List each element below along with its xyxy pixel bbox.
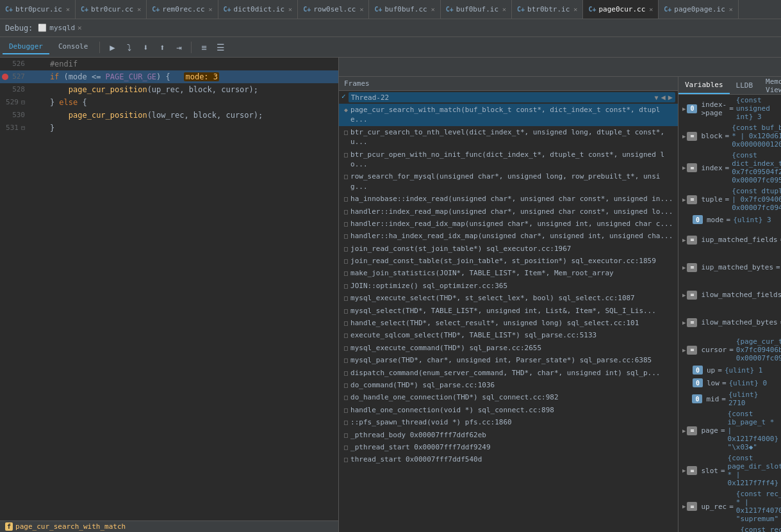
thread-next-button[interactable]: ▶ (668, 93, 673, 102)
frame-item-14[interactable]: □handle_select(THD*, select_result*, uns… (339, 317, 678, 329)
var-row-15[interactable]: ▶=up_rec={const rec_t * | 0x1217f4070} "… (678, 488, 781, 524)
frame-item-18[interactable]: □dispatch_command(enum_server_command, T… (339, 367, 678, 379)
tab-page0cur[interactable]: C+page0cur.cc✕ (583, 0, 659, 19)
var-row-9[interactable]: ▶=cursor={page_cur_t * | 0x7fc09406baf8}… (678, 336, 781, 364)
step-into-button[interactable]: ⬇ (138, 40, 152, 54)
close-tab-btr0pcur[interactable]: ✕ (66, 6, 70, 13)
frame-item-23[interactable]: □_pthread_body 0x00007fff7ddf62eb (339, 429, 678, 441)
frame-item-16[interactable]: □mysql_execute_command(THD*) sql_parse.c… (339, 342, 678, 354)
frame-item-10[interactable]: □make_join_statistics(JOIN*, TABLE_LIST*… (339, 267, 678, 279)
var-row-1[interactable]: ▶=block={const buf_block_t * | 0x120d614… (678, 122, 781, 150)
var-expand-13[interactable]: ▶ (682, 428, 686, 434)
var-expand-2[interactable]: ▶ (682, 165, 686, 171)
tab-buf0buf2[interactable]: C+buf0buf.ic✕ (441, 0, 512, 19)
var-row-4[interactable]: 0mode={ulint} 3 (678, 213, 781, 226)
tab-lldb[interactable]: LLDB (730, 77, 760, 94)
var-expand-7[interactable]: ▶ (682, 292, 686, 298)
tab-row0sel[interactable]: C+row0sel.cc✕ (298, 0, 369, 19)
tab-debugger[interactable]: Debugger (3, 40, 49, 54)
var-row-0[interactable]: ▶0index->page={const unsigned int} 3 (678, 95, 781, 122)
close-tab-btr0btr[interactable]: ✕ (573, 6, 577, 13)
var-expand-1[interactable]: ▶ (682, 133, 686, 140)
close-tab-buf0buf2[interactable]: ✕ (502, 6, 506, 13)
tab-variables[interactable]: Variables (678, 77, 730, 94)
frame-item-15[interactable]: □execute_sqlcom_select(THD*, TABLE_LIST*… (339, 329, 678, 341)
close-tab-btr0cur[interactable]: ✕ (137, 6, 141, 13)
var-expand-14[interactable]: ▶ (682, 467, 686, 474)
frame-item-9[interactable]: □join_read_const_table(st_join_table*, s… (339, 255, 678, 267)
tab-btr0cur[interactable]: C+btr0cur.cc✕ (76, 0, 147, 19)
var-row-7[interactable]: ▶=ilow_matched_fields={ulint * | 0x70000… (678, 281, 781, 309)
var-expand-9[interactable]: ▶ (682, 347, 686, 353)
var-row-8[interactable]: ▶=ilow_matched_bytes={ulint * | 0x700001… (678, 309, 781, 336)
var-expand-6[interactable]: ▶ (682, 264, 686, 271)
thread-item[interactable]: ✓ Thread-22 ▼ ◀ ▶ (339, 91, 678, 104)
var-expand-0[interactable]: ▶ (682, 106, 686, 112)
var-expand-3[interactable]: ▶ (682, 197, 686, 203)
close-tab-page0cur[interactable]: ✕ (649, 6, 653, 13)
resume-button[interactable]: ▶ (105, 40, 119, 54)
frames-button[interactable]: ☰ (213, 40, 227, 54)
tab-btr0btr[interactable]: C+btr0btr.ic✕ (512, 0, 583, 19)
frame-item-4[interactable]: □ha_innobase::index_read(unsigned char*,… (339, 193, 678, 205)
frame-item-5[interactable]: □handler::index_read_map(unsigned char*,… (339, 206, 678, 218)
var-row-5[interactable]: ▶=iup_matched_fields={ulint * | 0x700001… (678, 226, 781, 254)
close-tab-dict0dict[interactable]: ✕ (288, 6, 292, 13)
frame-item-24[interactable]: □_pthread_start 0x00007fff7ddf9249 (339, 441, 678, 453)
tab-btr0pcur[interactable]: C+btr0pcur.ic✕ (0, 0, 76, 19)
frame-item-20[interactable]: □do_handle_one_connection(THD*) sql_conn… (339, 391, 678, 403)
close-tab-row0sel[interactable]: ✕ (359, 6, 363, 13)
var-badge-12: 0 (692, 394, 702, 403)
frame-item-11[interactable]: □JOIN::optimize() sql_optimizer.cc:365 (339, 280, 678, 292)
fold-icon-529[interactable]: ⊟ (21, 96, 25, 109)
var-badge-11: 0 (693, 378, 703, 387)
close-tab-buf0buf[interactable]: ✕ (431, 6, 435, 13)
frame-item-1[interactable]: □btr_cur_search_to_nth_level(dict_index_… (339, 126, 678, 149)
frame-item-0[interactable]: ◆page_cur_search_with_match(buf_block_t … (339, 104, 678, 126)
step-over-button[interactable]: ⤵ (122, 40, 136, 54)
frame-text-2: btr_pcur_open_with_no_init_func(dict_ind… (350, 150, 675, 170)
frame-item-3[interactable]: □row_search_for_mysql(unsigned char*, un… (339, 170, 678, 193)
var-name-5: iup_matched_fields (701, 236, 777, 244)
frame-item-25[interactable]: □thread_start 0x00007fff7ddf540d (339, 453, 678, 465)
fold-icon-531[interactable]: ⊟ (21, 122, 25, 134)
var-row-13[interactable]: ▶=page={const ib_page_t * | 0x1217f4000}… (678, 408, 781, 453)
var-expand-8[interactable]: ▶ (682, 319, 686, 326)
var-expand-15[interactable]: ▶ (682, 503, 686, 510)
frame-item-7[interactable]: □handler::ha_index_read_idx_map(unsigned… (339, 230, 678, 242)
thread-prev-button[interactable]: ◀ (661, 93, 666, 102)
close-session-button[interactable]: ✕ (78, 24, 82, 32)
run-to-cursor-button[interactable]: ⇥ (172, 40, 186, 54)
debug-session[interactable]: ⬜ mysqld ✕ (38, 24, 81, 32)
close-tab-page0page[interactable]: ✕ (729, 6, 733, 13)
tab-buf0buf[interactable]: C+buf0buf.cc✕ (369, 0, 440, 19)
close-tab-rem0rec[interactable]: ✕ (209, 6, 213, 13)
frame-item-12[interactable]: □mysql_execute_select(THD*, st_select_le… (339, 292, 678, 304)
frame-item-21[interactable]: □handle_one_connection(void *) sql_conne… (339, 404, 678, 416)
frame-item-17[interactable]: □mysql_parse(THD*, char*, unsigned int, … (339, 354, 678, 366)
var-row-10[interactable]: 0up={ulint} 1 (678, 364, 781, 376)
var-row-16[interactable]: ▶=low_rec={const rec_t * | 0x1217f409a} … (678, 524, 781, 532)
frame-item-22[interactable]: □::pfs_spawn_thread(void *) pfs.cc:1860 (339, 416, 678, 428)
var-row-6[interactable]: ▶=iup_matched_bytes={ulint * | 0x7000012… (678, 254, 781, 281)
frame-item-2[interactable]: □btr_pcur_open_with_no_init_func(dict_in… (339, 149, 678, 171)
tab-memory-view[interactable]: Memory View (759, 77, 781, 94)
var-row-14[interactable]: ▶=slot={const page_dir_slot_t * | 0x1217… (678, 453, 781, 488)
watches-button[interactable]: ≡ (197, 40, 211, 54)
var-row-3[interactable]: ▶=tuple={const dtuple_t * | 0x7fc09406bd… (678, 186, 781, 213)
tab-dict0dict[interactable]: C+dict0dict.ic✕ (218, 0, 299, 19)
var-row-2[interactable]: ▶=index={const dict_index_t * | 0x7fc095… (678, 150, 781, 186)
var-expand-5[interactable]: ▶ (682, 237, 686, 243)
frame-item-13[interactable]: □mysql_select(THD*, TABLE_LIST*, unsigne… (339, 305, 678, 317)
frame-item-19[interactable]: □do_command(THD*) sql_parse.cc:1036 (339, 379, 678, 391)
frame-item-8[interactable]: □join_read_const(st_join_table*) sql_exe… (339, 243, 678, 255)
var-row-12[interactable]: 0mid={ulint} 2710 (678, 389, 781, 408)
tab-page0page[interactable]: C+page0page.ic✕ (659, 0, 739, 19)
breakpoint-527[interactable] (2, 74, 8, 80)
tab-rem0rec[interactable]: C+rem0rec.cc✕ (147, 0, 218, 19)
var-row-11[interactable]: 0low={ulint} 0 (678, 376, 781, 389)
frame-item-6[interactable]: □handler::index_read_idx_map(unsigned ch… (339, 218, 678, 230)
tab-console[interactable]: Console (52, 40, 94, 54)
step-out-button[interactable]: ⬆ (155, 40, 169, 54)
thread-dropdown-icon[interactable]: ▼ (655, 94, 659, 101)
